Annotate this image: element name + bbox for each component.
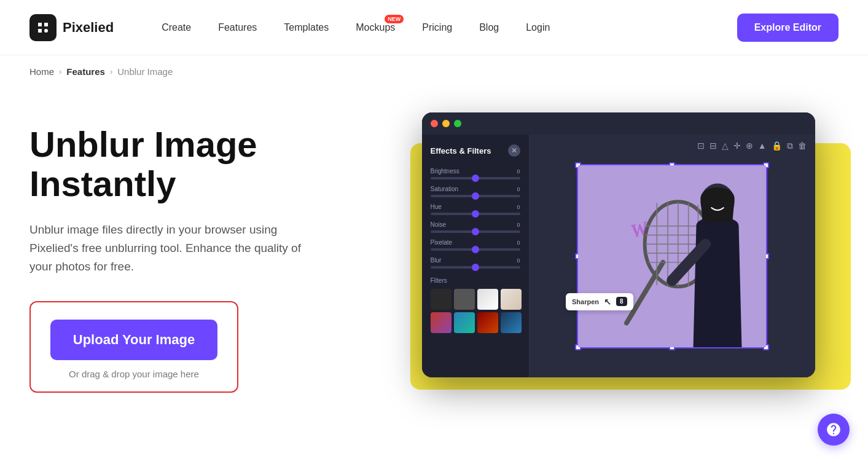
panel-title: Effects & Filters: [431, 146, 491, 155]
cursor-icon: ↖: [604, 297, 611, 307]
effects-panel: Effects & Filters ✕ Brightness 0 Saturat…: [422, 135, 530, 377]
nav-login[interactable]: Login: [515, 17, 561, 38]
filter-thumb-1[interactable]: [431, 289, 452, 310]
help-icon: [826, 422, 842, 438]
filter-noise: Noise 0: [431, 221, 520, 233]
filter-hue-label: Hue: [431, 203, 520, 210]
filter-hue: Hue 0: [431, 203, 520, 215]
filter-thumb-7[interactable]: [477, 312, 498, 333]
window-minimize-dot: [442, 120, 450, 127]
breadcrumb-sep-2: ›: [110, 67, 112, 76]
drag-drop-text: Or drag & drop your image here: [50, 369, 217, 379]
filter-thumb-6[interactable]: [454, 312, 475, 333]
nav-templates[interactable]: Templates: [273, 17, 340, 38]
logo[interactable]: Pixelied: [29, 14, 114, 41]
toolbar-icon-5[interactable]: ⊕: [746, 141, 753, 151]
sharpen-value: 8: [616, 297, 627, 306]
filter-brightness: Brightness 0: [431, 168, 520, 179]
toolbar-icon-9[interactable]: 🗑: [798, 141, 807, 151]
filter-thumb-4[interactable]: [501, 289, 522, 310]
nav-features[interactable]: Features: [207, 17, 268, 38]
filter-thumb-8[interactable]: [501, 312, 522, 333]
filter-noise-label: Noise: [431, 221, 520, 228]
new-badge: NEW: [385, 15, 404, 23]
nav-create[interactable]: Create: [151, 17, 202, 38]
toolbar-icon-7[interactable]: 🔒: [772, 141, 782, 151]
main-nav: Create Features Templates Mockups NEW Pr…: [151, 17, 737, 38]
filter-brightness-label: Brightness: [431, 168, 520, 175]
pixelied-logo-svg: [36, 20, 50, 35]
nav-mockups[interactable]: Mockups NEW: [345, 17, 406, 38]
breadcrumb-sep-1: ›: [59, 67, 61, 76]
window-maximize-dot: [454, 120, 461, 127]
filter-thumb-5[interactable]: [431, 312, 452, 333]
noise-slider[interactable]: 0: [431, 230, 520, 233]
panel-title-row: Effects & Filters ✕: [431, 144, 520, 157]
toolbar-icon-2[interactable]: ⊟: [710, 141, 717, 151]
breadcrumb: Home › Features › Unblur Image: [0, 55, 868, 88]
editor-window: Effects & Filters ✕ Brightness 0 Saturat…: [422, 112, 815, 377]
toolbar-icon-8[interactable]: ⧉: [787, 141, 793, 151]
logo-icon: [29, 14, 57, 41]
filter-blur: Blur 0: [431, 257, 520, 269]
window-close-dot: [431, 120, 438, 127]
logo-text: Pixelied: [63, 20, 114, 36]
main-content: Unblur Image Instantly Unblur image file…: [0, 88, 868, 417]
svg-rect-0: [44, 29, 48, 33]
header: Pixelied Create Features Templates Mocku…: [0, 0, 868, 55]
hero-description: Unblur image files directly in your brow…: [29, 221, 324, 277]
pixelate-slider[interactable]: 0: [431, 248, 520, 251]
image-content: W: [578, 165, 766, 347]
filter-thumb-2[interactable]: [454, 289, 475, 310]
filter-thumb-3[interactable]: [477, 289, 498, 310]
breadcrumb-home[interactable]: Home: [29, 66, 54, 77]
blur-slider[interactable]: 0: [431, 266, 520, 269]
nav-blog[interactable]: Blog: [468, 17, 510, 38]
toolbar-icon-6[interactable]: ▲: [758, 141, 767, 151]
support-button[interactable]: [818, 414, 850, 446]
sharpen-tooltip: Sharpen ↖ 8: [566, 293, 633, 310]
toolbar-icon-4[interactable]: ✛: [733, 141, 741, 151]
canvas-area: ⊡ ⊟ △ ✛ ⊕ ▲ 🔒 ⧉ 🗑: [530, 135, 815, 377]
filter-pixelate: Pixelate 0: [431, 239, 520, 251]
filter-saturation: Saturation 0: [431, 186, 520, 197]
sharpen-label: Sharpen: [572, 298, 599, 305]
hero-left: Unblur Image Instantly Unblur image file…: [29, 106, 361, 393]
filter-pixelate-label: Pixelate: [431, 239, 520, 246]
toolbar-icon-3[interactable]: △: [722, 141, 729, 151]
filter-blur-label: Blur: [431, 257, 520, 264]
canvas-image-svg: W: [578, 165, 766, 347]
toolbar-icons: ⊡ ⊟ △ ✛ ⊕ ▲ 🔒 ⧉ 🗑: [697, 141, 807, 151]
breadcrumb-current: Unblur Image: [117, 66, 173, 77]
filters-section-label: Filters: [431, 277, 520, 284]
close-panel-button[interactable]: ✕: [508, 144, 520, 157]
upload-area[interactable]: Upload Your Image Or drag & drop your im…: [29, 301, 238, 393]
image-inner: W: [578, 165, 766, 347]
window-titlebar: [422, 112, 815, 135]
hero-title: Unblur Image Instantly: [29, 125, 361, 203]
image-frame: W: [577, 164, 767, 348]
toolbar-icon-1[interactable]: ⊡: [697, 141, 705, 151]
nav-pricing[interactable]: Pricing: [411, 17, 463, 38]
explore-editor-button[interactable]: Explore Editor: [737, 14, 839, 42]
brightness-slider[interactable]: 0: [431, 177, 520, 179]
upload-button[interactable]: Upload Your Image: [50, 320, 217, 360]
breadcrumb-features[interactable]: Features: [66, 66, 105, 77]
filters-grid: [431, 289, 520, 333]
hue-slider[interactable]: 0: [431, 213, 520, 215]
filters-section: Filters: [431, 277, 520, 333]
saturation-slider[interactable]: 0: [431, 195, 520, 197]
window-body: Effects & Filters ✕ Brightness 0 Saturat…: [422, 135, 815, 377]
filter-saturation-label: Saturation: [431, 186, 520, 192]
hero-right: Effects & Filters ✕ Brightness 0 Saturat…: [398, 106, 839, 377]
